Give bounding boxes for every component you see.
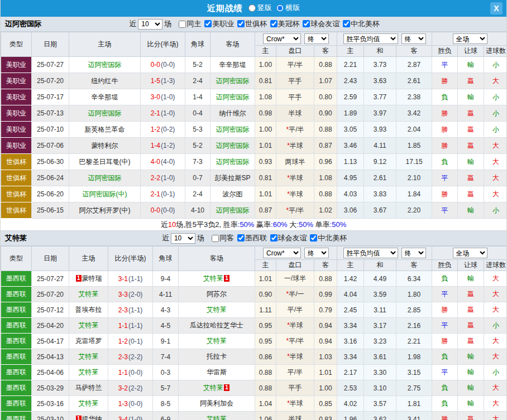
final-avg-select[interactable]: 终 xyxy=(401,248,426,258)
league-checkbox-input[interactable] xyxy=(204,20,212,27)
recent-results-panel: 近期战绩 竖版 横版 X 迈阿密国际 近 10 场 同主 美职业 xyxy=(0,0,507,420)
away-team: 波尔图 xyxy=(211,186,255,202)
avg-odds-home: 1.42 xyxy=(337,271,364,287)
col-header-score: 比分(半场) xyxy=(108,247,153,271)
result-handicap: 贏 xyxy=(458,334,484,349)
league-filter-checkbox[interactable]: 中北美杯 xyxy=(343,19,380,29)
league-type-badge: 墨西联 xyxy=(1,380,32,396)
table-row: 美职业 25-07-13 迈阿密国际 2-1(1-0) 0-4 纳什维尔 0.9… xyxy=(1,105,507,122)
league-filter-checkbox[interactable]: 世俱杯 xyxy=(237,19,267,29)
match-count-select[interactable]: 10 xyxy=(171,233,195,244)
bookmaker-select[interactable]: Crow* xyxy=(263,33,301,44)
fulltime-score: 1-2 xyxy=(151,125,160,133)
halftime-score: (0-0) xyxy=(161,61,175,69)
corner-score: 5-3 xyxy=(185,122,211,138)
league-filters: 墨西联 球会友谊 中北美杯 xyxy=(236,233,347,244)
final-odds-select[interactable]: 终 xyxy=(304,248,329,258)
match-score: 1-2(0-2) xyxy=(141,122,185,138)
league-checkbox-input[interactable] xyxy=(237,234,245,242)
match-score: 2-3(2-2) xyxy=(108,349,153,365)
result-wdl: 勝 xyxy=(432,105,458,122)
same-venue-checkbox[interactable]: 同客 xyxy=(212,233,234,243)
layout-radio-input[interactable] xyxy=(276,4,284,12)
result-wdl: 勝 xyxy=(432,412,458,420)
scope-select[interactable]: 全场 xyxy=(453,33,487,44)
handicap-line: *半球 xyxy=(276,349,314,365)
layout-radio[interactable]: 横版 xyxy=(276,3,300,13)
col-header-away: 客场 xyxy=(211,32,255,57)
avg-odds-home: 3.34 xyxy=(337,318,364,334)
result-handicap: 輸 xyxy=(458,365,484,380)
summary-segment: :50% xyxy=(238,220,255,229)
fulltime-score: 0-0 xyxy=(151,206,160,214)
avg-odds-draw: 3.63 xyxy=(364,73,396,89)
same-venue-label: 同主 xyxy=(186,19,201,29)
away-team-name: 艾特莱 xyxy=(203,274,223,282)
league-type-badge: 世俱杯 xyxy=(1,170,32,186)
result-wdl: 平 xyxy=(432,170,458,186)
avg-odds-home: 3.46 xyxy=(337,138,364,154)
fulltime-score: 2-1 xyxy=(151,109,160,117)
result-goals: 小 xyxy=(484,105,507,122)
league-type-badge: 墨西联 xyxy=(1,271,32,287)
handicap-line: *半球 xyxy=(276,318,314,334)
league-checkbox-input[interactable] xyxy=(270,20,278,27)
away-team: 艾特莱 xyxy=(179,412,255,420)
avg-odds-select[interactable]: 胜平负均值 xyxy=(343,33,398,44)
corner-score: 0-4 xyxy=(185,105,211,122)
match-date: 25-06-30 xyxy=(32,154,69,170)
same-venue-checkbox[interactable]: 同主 xyxy=(179,19,201,29)
league-filters: 美职业 世俱杯 美冠杯 球会友谊 中北美杯 xyxy=(203,19,380,30)
sub-header: 客 xyxy=(396,46,432,57)
bookmaker-select[interactable]: Crow* xyxy=(263,248,301,258)
result-goals: 大 xyxy=(484,349,507,365)
match-date: 25-07-06 xyxy=(32,138,69,154)
table-row: 墨西联 25-03-10 1提华纳 3-4(1-0) 6-9 艾特莱 1.06 … xyxy=(1,412,507,420)
league-checkbox-input[interactable] xyxy=(270,234,278,242)
same-venue-checkbox-input[interactable] xyxy=(212,235,219,242)
match-count-select[interactable]: 10 xyxy=(138,19,162,30)
handicap-odds-away: 0.80 xyxy=(314,89,337,105)
close-icon[interactable]: X xyxy=(490,2,503,15)
home-team-name: 普埃布拉 xyxy=(75,306,102,313)
final-avg-select[interactable]: 终 xyxy=(401,33,426,44)
league-checkbox-input[interactable] xyxy=(303,20,310,27)
handicap-odds-home: 1.01 xyxy=(255,271,276,287)
league-filter-checkbox[interactable]: 中北美杯 xyxy=(310,233,347,243)
handicap-text: 平/半 xyxy=(289,337,304,345)
away-team: 彭美拉斯SP xyxy=(211,170,255,186)
sub-header: 客 xyxy=(314,260,337,271)
match-date: 25-07-17 xyxy=(32,89,69,105)
same-venue-checkbox-input[interactable] xyxy=(179,21,186,28)
avg-odds-select[interactable]: 胜平负均值 xyxy=(343,248,398,258)
avg-odds-draw: 3.10 xyxy=(364,380,396,396)
match-date: 25-04-06 xyxy=(32,365,69,380)
handicap-line: 平手 xyxy=(276,89,314,105)
layout-radio[interactable]: 竖版 xyxy=(248,3,272,13)
match-score: 3-0(1-0) xyxy=(141,89,185,105)
match-score: 1-3(0-0) xyxy=(108,396,153,412)
league-filter-checkbox[interactable]: 美职业 xyxy=(204,19,234,29)
result-goals: 大 xyxy=(484,302,507,318)
final-odds-select[interactable]: 终 xyxy=(304,33,329,44)
league-filter-checkbox[interactable]: 美冠杯 xyxy=(270,19,300,29)
results-table: 类型 日期 主场 比分(半场) 角球 客场 Crow*终 胜平负均值终 全场 xyxy=(1,246,507,420)
col-header-home: 主场 xyxy=(69,247,108,271)
avg-odds-away: 1.98 xyxy=(396,349,432,365)
league-checkbox-label: 美冠杯 xyxy=(278,19,300,29)
league-checkbox-input[interactable] xyxy=(237,20,245,27)
halftime-score: (0-1) xyxy=(128,337,142,345)
league-filter-checkbox[interactable]: 球会友谊 xyxy=(270,233,307,243)
handicap-line: *半球 xyxy=(276,170,314,186)
avg-odds-draw: 3.23 xyxy=(364,334,396,349)
layout-radio-input[interactable] xyxy=(248,4,256,12)
league-filter-checkbox[interactable]: 球会友谊 xyxy=(303,19,339,29)
scope-select[interactable]: 全场 xyxy=(453,248,487,258)
league-checkbox-input[interactable] xyxy=(310,234,317,242)
avg-odds-away: 2.10 xyxy=(396,170,432,186)
halftime-score: (1-2) xyxy=(161,142,175,149)
league-checkbox-input[interactable] xyxy=(343,20,350,27)
handicap-line: *平/半 xyxy=(276,202,314,219)
halftime-score: (2-0) xyxy=(128,291,142,298)
league-filter-checkbox[interactable]: 墨西联 xyxy=(237,233,267,243)
